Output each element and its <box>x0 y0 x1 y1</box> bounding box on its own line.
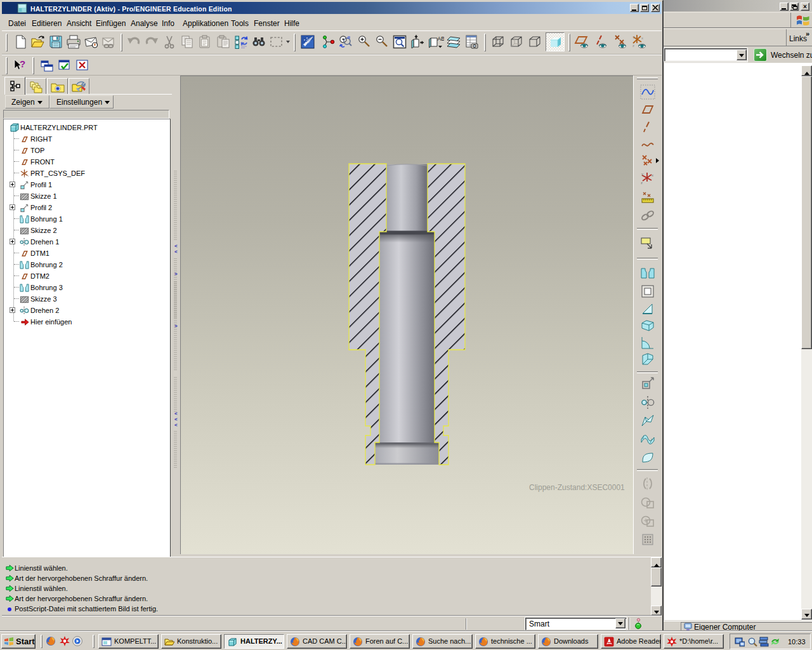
svg-text:y: y <box>641 172 643 176</box>
svg-text:x: x <box>652 173 653 177</box>
svg-text:x: x <box>641 36 643 40</box>
svg-text:AB: AB <box>438 36 445 42</box>
svg-text:y: y <box>633 35 635 39</box>
svg-text:z: z <box>641 181 643 185</box>
svg-text:?: ? <box>20 58 25 69</box>
svg-text:z: z <box>632 44 634 48</box>
